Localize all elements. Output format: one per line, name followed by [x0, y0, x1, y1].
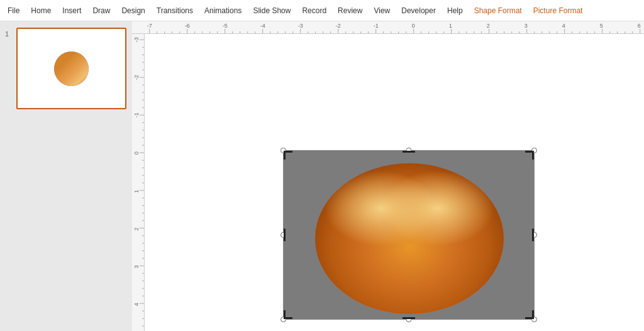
selected-shape[interactable]: [283, 150, 535, 320]
work-area: [132, 34, 644, 331]
slide-number: 1: [5, 30, 13, 38]
ruler-horizontal: [132, 21, 644, 34]
crop-handle-tl[interactable]: [284, 151, 292, 160]
crop-handle-ml[interactable]: [284, 229, 292, 241]
crop-handle-mr[interactable]: [525, 229, 534, 241]
thumbnail-circle-crop: [54, 52, 89, 86]
content-area: [132, 21, 644, 331]
cat-photo: [315, 163, 504, 314]
menu-developer[interactable]: Developer: [396, 4, 441, 18]
menu-file[interactable]: File: [3, 4, 25, 18]
crop-handle-bm[interactable]: [402, 310, 415, 319]
crop-handle-tm[interactable]: [402, 151, 415, 160]
crop-handle-bl[interactable]: [284, 310, 292, 319]
crop-handle-tr[interactable]: [525, 151, 534, 160]
slide-canvas: [145, 34, 644, 331]
menu-home[interactable]: Home: [26, 4, 56, 18]
menu-slideshow[interactable]: Slide Show: [248, 4, 296, 18]
slide-panel: 1: [0, 21, 132, 331]
ruler-h-canvas: [132, 21, 644, 34]
menu-animations[interactable]: Animations: [199, 4, 247, 18]
menu-view[interactable]: View: [369, 4, 395, 18]
menu-design[interactable]: Design: [116, 4, 150, 18]
menu-draw[interactable]: Draw: [87, 4, 115, 18]
menu-bar: File Home Insert Draw Design Transitions…: [0, 0, 644, 21]
menu-pictureformat[interactable]: Picture Format: [528, 4, 588, 18]
menu-transitions[interactable]: Transitions: [152, 4, 198, 18]
menu-help[interactable]: Help: [442, 4, 468, 18]
thumbnail-cat-image: [54, 52, 89, 86]
slide-thumbnail-container: 1: [5, 28, 127, 109]
menu-shapeformat[interactable]: Shape Format: [469, 4, 527, 18]
crop-handle-br[interactable]: [525, 310, 534, 319]
circle-crop: [315, 163, 504, 314]
menu-insert[interactable]: Insert: [57, 4, 86, 18]
ruler-v-canvas: [132, 34, 145, 331]
slide-canvas-area[interactable]: [145, 34, 644, 331]
ruler-vertical: [132, 34, 145, 331]
menu-record[interactable]: Record: [297, 4, 331, 18]
main-layout: 1: [0, 21, 644, 331]
slide-thumbnail[interactable]: [16, 28, 126, 109]
menu-review[interactable]: Review: [333, 4, 367, 18]
